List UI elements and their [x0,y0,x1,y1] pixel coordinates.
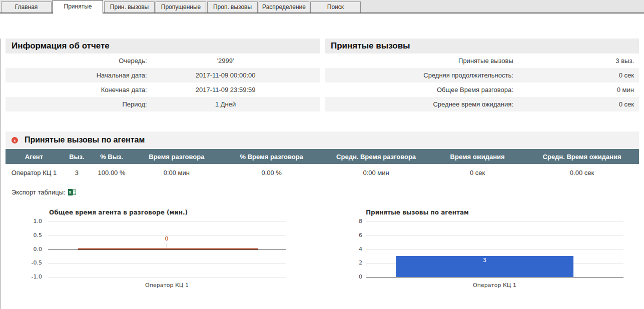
sum-row-avg-duration: Средняя продолжительность: 0 сек [325,68,639,82]
tab-label: Прин. вызовы [110,4,149,10]
sum-row-accepted: Принятые вызовы 3 выз. [325,54,639,68]
accepted-calls-panel: Принятые вызовы Принятые вызовы 3 выз. С… [325,38,639,112]
talk-time-chart: Общее время агента в разговоре (мин.) 1.… [13,209,293,294]
collapse-icon[interactable]: ▲ [12,137,18,144]
tab-label: Главная [15,4,38,10]
agents-section-header: ▲ Принятые вызовы по агентам [6,132,639,148]
row-label: Средняя продолжительность: [325,72,513,79]
row-value: '2999' [147,57,304,64]
col-avg-talk-time: Средн. Время разговора [322,149,430,164]
excel-icon-sheet [73,190,76,195]
row-label: Общее Время разговора: [325,86,513,94]
row-value: 0 сек [513,72,639,79]
row-label: Среднее время ожидания: [325,100,513,108]
row-label: Период: [6,100,147,108]
export-label: Экспорт таблицы: [12,188,66,196]
row-value: 3 выз. [513,57,639,64]
gridline [366,236,623,236]
tab-prop-vyzovy[interactable]: Проп. вызовы [207,2,258,12]
y-tick: -1.0 [13,274,42,280]
cell-agent: Оператор КЦ 1 [6,164,63,181]
agents-table: Агент Выз. % Выз. Время разговора % Врем… [6,149,639,181]
export-row: Экспорт таблицы: [6,187,639,197]
row-value: 2017-11-09 23:59:59 [147,86,304,94]
row-label: Принятые вызовы [325,57,513,64]
report-info-panel: Информация об отчете Очередь: '2999' Нач… [6,38,320,112]
row-value: 2017-11-09 00:00:00 [147,72,304,79]
cell-avg-wait-time: 0.00 сек [525,164,639,181]
chart-title: Принятые вызовы по агентам [366,209,469,216]
tab-bar: Главная Принятые Прин. вызовы Пропущенны… [0,0,644,14]
col-avg-wait-time: Средн. Время ожидания [525,149,639,164]
row-label: Начальная дата: [6,72,147,79]
tab-prin-vyzovy[interactable]: Прин. вызовы [104,2,155,12]
table-header-row: Агент Выз. % Выз. Время разговора % Врем… [6,149,639,164]
x-category-label: Оператор КЦ 1 [366,282,623,288]
gridline [48,222,286,222]
tab-propushchennye[interactable]: Пропущенные [156,2,206,12]
report-info-title: Информация об отчете [6,38,320,54]
agents-section-title: Принятые вызовы по агентам [25,136,145,144]
sum-row-total-talk: Общее Время разговора: 0 мин [325,82,639,97]
gridline [366,250,623,250]
summary-panels: Информация об отчете Очередь: '2999' Нач… [6,38,639,112]
cell-avg-talk-time: 0:00 мин [322,164,430,181]
gridline [48,277,286,278]
table-row: Оператор КЦ 1 3 100.00 % 0:00 мин 0.00 %… [6,164,639,181]
tab-prinyatye[interactable]: Принятые [53,0,103,14]
row-value: 0 мин [513,86,639,94]
cell-talk-time: 0:00 мин [132,164,221,181]
col-wait-time: Время ожидания [430,149,525,164]
zero-axis [366,277,623,278]
zero-value-bar [78,248,258,250]
gridline [48,263,286,264]
info-row-end-date: Конечная дата: 2017-11-09 23:59:59 [6,82,320,97]
cell-calls-pct: 100.00 % [91,164,132,181]
tab-label: Поиск [327,4,344,10]
point-stem [167,243,167,248]
tab-label: Проп. вызовы [213,4,252,10]
cell-talk-time-pct: 0.00 % [221,164,322,181]
accepted-by-agent-chart: Принятые вызовы по агентам 8 6 4 2 0 3 О… [353,209,633,294]
row-label: Конечная дата: [6,86,147,94]
zero-axis [48,250,286,250]
y-tick: -0.5 [13,260,42,266]
y-tick: 0 [354,274,362,280]
row-value: 1 Дней [147,100,304,108]
y-tick: 6 [354,232,362,238]
y-tick: 0.5 [13,232,42,238]
tab-label: Распределение [262,4,306,10]
cell-calls: 3 [63,164,91,181]
tab-raspredelenie[interactable]: Распределение [259,2,309,12]
info-row-period: Период: 1 Дней [6,97,320,112]
cell-wait-time: 0 сек [430,164,525,181]
sum-row-avg-wait: Среднее время ожидания: 0 сек [325,97,639,112]
y-tick: 2 [354,260,362,266]
row-label: Очередь: [6,57,147,64]
col-calls-pct: % Выз. [91,149,132,164]
y-tick: 4 [354,246,362,252]
content-area: Информация об отчете Очередь: '2999' Нач… [0,38,644,309]
tab-label: Принятые [64,3,92,10]
tab-glavnaya[interactable]: Главная [1,2,52,12]
tab-label: Пропущенные [161,4,201,10]
x-category-label: Оператор КЦ 1 [48,282,286,288]
chart-title: Общее время агента в разговоре (мин.) [49,209,188,216]
gridline [366,222,623,222]
charts-row: Общее время агента в разговоре (мин.) 1.… [6,209,639,296]
point-value-label: 0 [159,236,174,242]
bar-value-label: 3 [396,257,573,264]
tab-poisk[interactable]: Поиск [310,2,361,12]
col-agent: Агент [6,149,63,164]
info-row-queue: Очередь: '2999' [6,54,320,68]
y-tick: 0.0 [13,246,42,252]
col-talk-time: Время разговора [132,149,221,164]
y-tick: 1.0 [13,218,42,224]
col-calls: Выз. [63,149,91,164]
accepted-calls-title: Принятые вызовы [325,38,639,54]
excel-icon-x [68,189,73,196]
row-value: 0 сек [513,100,639,108]
excel-export-icon[interactable] [68,189,76,196]
col-talk-time-pct: % Время разговора [221,149,322,164]
y-tick: 8 [354,218,362,224]
